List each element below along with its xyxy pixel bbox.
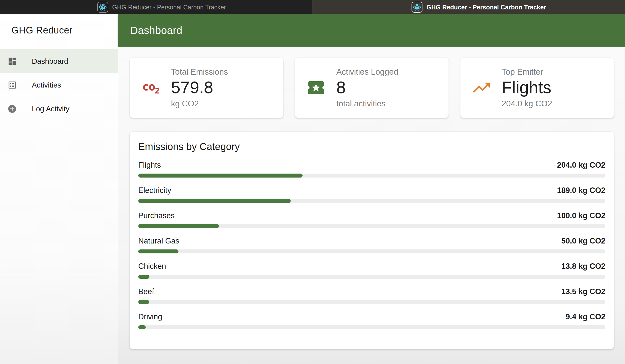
sidebar-item-dashboard[interactable]: Dashboard [0, 49, 118, 73]
sidebar-item-label: Dashboard [32, 57, 68, 65]
tab-title: GHG Reducer - Personal Carbon Tracker [112, 4, 226, 11]
browser-tab-strip: GHG Reducer - Personal Carbon Tracker GH… [0, 0, 625, 14]
category-row: Beef13.5 kg CO2 [138, 287, 605, 304]
browser-tab-inactive[interactable]: GHG Reducer - Personal Carbon Tracker [0, 0, 312, 14]
bar-track [138, 275, 605, 279]
bar-track [138, 199, 605, 203]
app-window: GHG Reducer - Personal Carbon Tracker GH… [0, 0, 625, 364]
main-content: co2 Total Emissions 579.8 kg CO2 Activit… [118, 47, 625, 364]
category-value: 13.8 kg CO2 [561, 262, 605, 271]
category-row: Natural Gas50.0 kg CO2 [138, 237, 605, 253]
category-label: Purchases [138, 211, 174, 220]
category-rows: Flights204.0 kg CO2Electricity189.0 kg C… [138, 161, 605, 329]
category-value: 13.5 kg CO2 [561, 287, 605, 296]
bar-fill [138, 300, 149, 304]
react-favicon [97, 2, 108, 13]
stat-card-total-emissions: co2 Total Emissions 579.8 kg CO2 [130, 58, 283, 118]
sidebar-item-label: Log Activity [32, 105, 69, 113]
bar-fill [138, 249, 178, 253]
category-value: 100.0 kg CO2 [557, 211, 605, 220]
bar-fill [138, 199, 291, 203]
sidebar-item-activities[interactable]: Activities [0, 73, 118, 97]
dashboard-icon [7, 57, 17, 66]
stat-cards-row: co2 Total Emissions 579.8 kg CO2 Activit… [130, 58, 614, 118]
list-icon [7, 80, 17, 90]
page-header: Dashboard [118, 14, 625, 47]
stat-sub: total activities [336, 99, 398, 108]
sidebar-item-log-activity[interactable]: Log Activity [0, 97, 118, 121]
bar-track [138, 174, 605, 178]
stat-card-top-emitter: Top Emitter Flights 204.0 kg CO2 [460, 58, 614, 118]
ticket-star-icon [306, 78, 326, 97]
stat-value: 579.8 [171, 79, 228, 96]
category-value: 9.4 kg CO2 [566, 312, 605, 321]
category-label: Chicken [138, 262, 166, 271]
bar-track [138, 325, 605, 329]
stat-label: Activities Logged [336, 67, 398, 77]
category-label: Natural Gas [138, 237, 179, 245]
category-row: Purchases100.0 kg CO2 [138, 211, 605, 228]
stat-label: Top Emitter [502, 67, 552, 77]
stat-sub: 204.0 kg CO2 [502, 99, 552, 108]
bar-track [138, 249, 605, 253]
stat-card-activities-logged: Activities Logged 8 total activities [295, 58, 449, 118]
category-row: Chicken13.8 kg CO2 [138, 262, 605, 279]
bar-track [138, 300, 605, 304]
stat-label: Total Emissions [171, 67, 228, 77]
category-value: 204.0 kg CO2 [557, 161, 605, 170]
stat-value: 8 [336, 79, 398, 96]
category-label: Beef [138, 287, 154, 296]
category-label: Flights [138, 161, 161, 170]
bar-fill [138, 325, 146, 329]
sidebar-nav: Dashboard Activities L [0, 49, 118, 121]
category-label: Driving [138, 312, 162, 321]
panel-title: Emissions by Category [138, 141, 605, 152]
category-label: Electricity [138, 186, 171, 195]
browser-tab-active[interactable]: GHG Reducer - Personal Carbon Tracker [312, 0, 625, 14]
category-value: 189.0 kg CO2 [557, 186, 605, 195]
add-circle-icon [7, 104, 17, 114]
bar-track [138, 224, 605, 228]
react-favicon [412, 2, 422, 13]
category-row: Flights204.0 kg CO2 [138, 161, 605, 178]
stat-sub: kg CO2 [171, 99, 228, 108]
tab-title: GHG Reducer - Personal Carbon Tracker [426, 4, 546, 11]
stat-value: Flights [502, 79, 552, 96]
page-title: Dashboard [130, 25, 182, 36]
sidebar-item-label: Activities [32, 81, 61, 89]
bar-fill [138, 275, 149, 279]
bar-fill [138, 224, 219, 228]
sidebar: GHG Reducer Dashboard Activities [0, 14, 118, 364]
bar-fill [138, 174, 303, 178]
app-brand: GHG Reducer [0, 14, 118, 36]
category-row: Electricity189.0 kg CO2 [138, 186, 605, 203]
co2-icon: co2 [140, 81, 161, 95]
category-row: Driving9.4 kg CO2 [138, 312, 605, 329]
category-value: 50.0 kg CO2 [561, 237, 605, 245]
trending-up-icon [471, 78, 492, 98]
emissions-by-category-panel: Emissions by Category Flights204.0 kg CO… [130, 131, 614, 349]
